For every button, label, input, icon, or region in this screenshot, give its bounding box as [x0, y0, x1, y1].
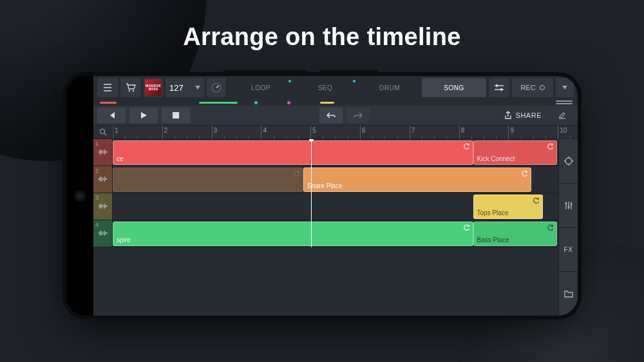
timeline-clip[interactable]: Kick Connect — [473, 140, 557, 165]
overview-segment — [287, 101, 290, 104]
mode-tab-drum[interactable]: DRUM — [357, 78, 422, 97]
app-screen: MASSIVE BASS 127 LOOPSEQDRUMSONG REC — [93, 76, 578, 316]
drag-handle-icon[interactable] — [556, 100, 573, 104]
waveform-icon — [97, 148, 109, 157]
track-number: 4 — [95, 222, 99, 228]
transport-bar: SHARE — [93, 106, 578, 125]
track-number: 1 — [95, 140, 99, 147]
clip-label: Tops Place — [477, 209, 509, 216]
svg-point-6 — [100, 129, 104, 134]
ruler-bar-number: 6 — [362, 127, 366, 134]
track-header[interactable]: 4 — [93, 220, 113, 247]
track-row: 1ceKick Connect — [93, 139, 578, 166]
timeline-clip[interactable] — [113, 167, 303, 192]
device-inner: MASSIVE BASS 127 LOOPSEQDRUMSONG REC — [66, 76, 578, 316]
clip-label: Bass Place — [477, 236, 509, 243]
ruler-bar-number: 8 — [461, 127, 465, 134]
clip-label: ce — [117, 155, 124, 162]
waveform-icon — [97, 202, 109, 211]
track-header[interactable]: 2 — [93, 166, 113, 193]
mode-tab-song[interactable]: SONG — [422, 78, 486, 97]
timeline-clip[interactable]: ce — [113, 140, 473, 165]
side-rail: FX — [558, 139, 578, 316]
ruler-zoom-button[interactable] — [93, 126, 113, 138]
track-header[interactable]: 1 — [93, 139, 113, 166]
ruler-bar-number: 10 — [560, 127, 567, 134]
menu-button[interactable] — [97, 78, 118, 97]
rewind-button[interactable] — [97, 108, 126, 123]
chevron-down-icon — [195, 86, 200, 90]
redo-button[interactable] — [346, 108, 370, 123]
cpu-meter[interactable] — [207, 78, 226, 97]
soundpack-thumbnail[interactable]: MASSIVE BASS — [144, 78, 163, 97]
edit-button[interactable] — [551, 108, 574, 123]
share-button[interactable]: SHARE — [499, 111, 547, 120]
soundpack-thumb-image: MASSIVE BASS — [145, 79, 162, 96]
store-button[interactable] — [120, 78, 141, 97]
target-icon — [564, 156, 574, 166]
track-row: 2Snare Place — [93, 166, 578, 193]
track-lane[interactable]: Tops Place — [113, 193, 578, 220]
ruler-bar-number: 7 — [412, 127, 415, 134]
tracks-area: FX 1ceKick Connect2Snare Place3Tops Plac… — [93, 139, 578, 316]
files-rail-button[interactable] — [559, 272, 578, 316]
timeline-clip[interactable]: Tops Place — [473, 195, 543, 219]
ruler-track[interactable]: 12345678910 — [113, 126, 578, 138]
loop-icon — [294, 170, 300, 176]
mode-tab-loop[interactable]: LOOP — [229, 78, 293, 97]
top-toolbar: MASSIVE BASS 127 LOOPSEQDRUMSONG REC — [93, 76, 578, 99]
redo-icon — [354, 112, 363, 119]
track-header[interactable]: 3 — [93, 193, 113, 220]
undo-icon — [327, 112, 336, 119]
timeline-clip[interactable]: Bass Place — [473, 222, 557, 246]
record-label: REC — [520, 84, 535, 91]
tab-dot-icon — [353, 80, 355, 82]
svg-point-8 — [565, 202, 567, 204]
svg-point-10 — [570, 203, 572, 205]
faders-icon — [564, 201, 573, 210]
fx-rail-button[interactable]: FX — [559, 228, 578, 272]
clip-label: Snare Place — [307, 182, 342, 189]
overview-segment — [199, 102, 238, 104]
bpm-control[interactable]: 127 — [166, 78, 204, 97]
playhead[interactable] — [311, 139, 312, 247]
clip-label: spire — [117, 236, 131, 243]
folder-icon — [564, 290, 573, 298]
record-options-button[interactable] — [556, 78, 574, 97]
device-frame: MASSIVE BASS 127 LOOPSEQDRUMSONG REC — [62, 72, 582, 319]
svg-rect-3 — [496, 84, 498, 87]
undo-button[interactable] — [319, 108, 343, 123]
timeline-ruler[interactable]: 12345678910 — [93, 125, 578, 139]
timeline-clip[interactable]: spire — [113, 222, 473, 246]
play-button[interactable] — [129, 108, 158, 123]
ruler-bar-number: 3 — [214, 127, 218, 134]
clip-label: Kick Connect — [477, 155, 515, 162]
tab-dot-icon — [289, 80, 291, 82]
stop-button[interactable] — [162, 108, 190, 123]
mixer-button[interactable] — [489, 78, 509, 97]
track-row: 3Tops Place — [93, 193, 578, 220]
record-button[interactable]: REC — [512, 78, 553, 97]
bpm-value: 127 — [169, 83, 184, 93]
waveform-icon — [97, 229, 109, 238]
track-lane[interactable]: ceKick Connect — [113, 139, 578, 166]
svg-rect-4 — [500, 88, 502, 91]
cart-icon — [126, 83, 136, 92]
loop-icon — [547, 143, 554, 149]
share-icon — [504, 111, 512, 120]
svg-point-7 — [565, 158, 572, 164]
mode-tab-seq[interactable]: SEQ — [293, 78, 357, 97]
gauge-icon — [211, 82, 222, 93]
track-number: 2 — [95, 167, 99, 174]
pencil-icon — [558, 111, 567, 120]
marker-button[interactable] — [559, 139, 578, 184]
overview-segment — [254, 101, 258, 104]
track-lane[interactable]: spireBass Place — [113, 220, 578, 247]
loop-icon — [464, 224, 470, 231]
svg-point-1 — [133, 90, 134, 91]
timeline-clip[interactable]: Snare Place — [303, 167, 531, 192]
ruler-bar-number: 5 — [312, 127, 316, 134]
mixer-rail-button[interactable] — [559, 184, 578, 228]
track-lane[interactable]: Snare Place — [113, 166, 578, 193]
overview-strip[interactable] — [93, 99, 578, 106]
